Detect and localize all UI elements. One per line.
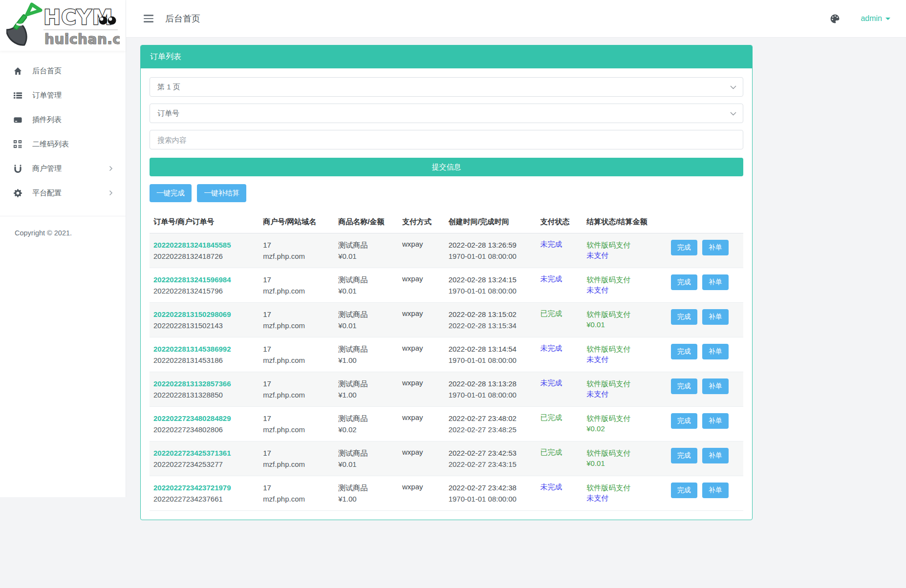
col-actions <box>664 210 743 233</box>
merchant-id: 17 <box>263 378 330 389</box>
sidebar-toggle-button[interactable] <box>142 13 155 24</box>
settle-type: 软件版码支付 <box>586 274 660 285</box>
order-number-link[interactable]: 2022022813145386992 <box>153 344 255 354</box>
order-number-link[interactable]: 2022022813150298069 <box>153 309 255 319</box>
order-amount: ¥1.00 <box>338 494 394 504</box>
pay-status-badge: 已完成 <box>540 309 562 317</box>
user-menu[interactable]: admin <box>861 14 890 23</box>
order-list-panel: 订单列表 第 1 页 订单号 提交信息 一键完成 一键补结算 <box>140 45 753 520</box>
sidebar-item-merchants[interactable]: 商户管理 <box>0 156 126 181</box>
qrcode-icon <box>13 139 22 149</box>
created-time: 2022-02-27 23:42:38 <box>449 483 533 493</box>
site-domain: mzf.php.com <box>263 320 330 331</box>
order-number-link[interactable]: 2022022723425371361 <box>153 448 255 458</box>
settle-status: ¥0.02 <box>586 423 660 434</box>
sidebar-item-label: 平台配置 <box>32 189 62 198</box>
product-name: 测试商品 <box>338 448 394 458</box>
complete-button[interactable]: 完成 <box>671 309 697 325</box>
settle-type: 软件版码支付 <box>586 483 660 493</box>
reissue-button[interactable]: 补单 <box>702 448 729 463</box>
theme-palette-button[interactable] <box>830 14 840 24</box>
order-amount: ¥0.01 <box>338 286 394 296</box>
settle-type: 软件版码支付 <box>586 413 660 423</box>
completed-time: 1970-01-01 08:00:00 <box>449 286 533 296</box>
pay-status-badge: 未完成 <box>540 240 562 248</box>
order-number-link[interactable]: 2022022813241845585 <box>153 240 255 250</box>
reissue-button[interactable]: 补单 <box>702 309 729 325</box>
page-select-value: 第 1 页 <box>157 83 180 92</box>
bulk-settle-button[interactable]: 一键补结算 <box>197 184 246 202</box>
pay-method: wxpay <box>402 344 423 352</box>
col-settle-status: 结算状态/结算金额 <box>582 210 664 233</box>
complete-button[interactable]: 完成 <box>671 378 697 394</box>
pay-method: wxpay <box>402 309 423 317</box>
merchant-id: 17 <box>263 274 330 285</box>
complete-button[interactable]: 完成 <box>671 413 697 429</box>
merchant-order-number: 20220228131453186 <box>153 355 255 365</box>
complete-button[interactable]: 完成 <box>671 240 697 255</box>
order-amount: ¥1.00 <box>338 355 394 365</box>
table-row: 2022022723423721979 20220227234237661 17… <box>150 476 743 511</box>
page-select[interactable]: 第 1 页 <box>150 77 743 97</box>
reissue-button[interactable]: 补单 <box>702 378 729 394</box>
complete-button[interactable]: 完成 <box>671 483 697 498</box>
settle-type: 软件版码支付 <box>586 240 660 250</box>
order-number-link[interactable]: 2022022723423721979 <box>153 483 255 493</box>
settle-type: 软件版码支付 <box>586 309 660 319</box>
search-input[interactable] <box>150 130 743 149</box>
sidebar-item-platform-config[interactable]: 平台配置 <box>0 181 126 205</box>
complete-button[interactable]: 完成 <box>671 274 697 290</box>
complete-button[interactable]: 完成 <box>671 344 697 359</box>
pay-method: wxpay <box>402 483 423 491</box>
site-domain: mzf.php.com <box>263 390 330 400</box>
pay-status-badge: 未完成 <box>540 274 562 283</box>
complete-button[interactable]: 完成 <box>671 448 697 463</box>
user-menu-label: admin <box>861 14 882 23</box>
col-merchant: 商户号/网站域名 <box>259 210 334 233</box>
table-header-row: 订单号/商户订单号 商户号/网站域名 商品名称/金额 支付方式 创建时间/完成时… <box>150 210 743 233</box>
settle-status: ¥0.01 <box>586 458 660 468</box>
merchant-order-number: 20220227234802806 <box>153 424 255 435</box>
search-field-select[interactable]: 订单号 <box>150 104 743 123</box>
sidebar: HCYM huichan.com 后台首页 <box>0 0 126 497</box>
product-name: 测试商品 <box>338 483 394 493</box>
reissue-button[interactable]: 补单 <box>702 274 729 290</box>
chevron-down-icon <box>885 18 890 20</box>
chevron-right-icon <box>109 166 113 171</box>
order-number-link[interactable]: 2022022723480284829 <box>153 413 255 423</box>
logo[interactable]: HCYM huichan.com <box>0 0 126 51</box>
site-domain: mzf.php.com <box>263 251 330 261</box>
submit-button[interactable]: 提交信息 <box>150 158 743 176</box>
sidebar-item-plugins[interactable]: 插件列表 <box>0 107 126 132</box>
site-domain: mzf.php.com <box>263 494 330 504</box>
sidebar-item-label: 二维码列表 <box>32 140 69 149</box>
reissue-button[interactable]: 补单 <box>702 344 729 359</box>
reissue-button[interactable]: 补单 <box>702 483 729 498</box>
settle-status: 未支付 <box>586 285 660 295</box>
magnet-icon <box>13 164 22 173</box>
order-number-link[interactable]: 2022022813132857366 <box>153 378 255 389</box>
created-time: 2022-02-28 13:15:02 <box>449 309 533 319</box>
sidebar-item-qrcodes[interactable]: 二维码列表 <box>0 132 126 156</box>
sidebar-item-home[interactable]: 后台首页 <box>0 59 126 83</box>
list-icon <box>13 90 22 100</box>
pay-method: wxpay <box>402 448 423 456</box>
site-domain: mzf.php.com <box>263 355 330 365</box>
chevron-right-icon <box>109 190 113 196</box>
sidebar-item-orders[interactable]: 订单管理 <box>0 83 126 107</box>
reissue-button[interactable]: 补单 <box>702 413 729 429</box>
order-number-link[interactable]: 2022022813241596984 <box>153 274 255 285</box>
completed-time: 1970-01-01 08:00:00 <box>449 494 533 504</box>
reissue-button[interactable]: 补单 <box>702 240 729 255</box>
logo-image: HCYM huichan.com <box>6 2 120 49</box>
settle-type: 软件版码支付 <box>586 448 660 458</box>
copyright-text: Copyright © 2021. <box>0 216 126 250</box>
merchant-order-number: 20220228131328850 <box>153 390 255 400</box>
pay-status-badge: 已完成 <box>540 413 562 421</box>
settle-status: 未支付 <box>586 250 660 260</box>
bulk-complete-button[interactable]: 一键完成 <box>150 184 192 202</box>
settle-status: 未支付 <box>586 493 660 503</box>
logo-subtitle-text: huichan.com <box>44 31 120 47</box>
table-row: 2022022813150298069 20220228131502143 17… <box>150 303 743 337</box>
site-domain: mzf.php.com <box>263 424 330 435</box>
